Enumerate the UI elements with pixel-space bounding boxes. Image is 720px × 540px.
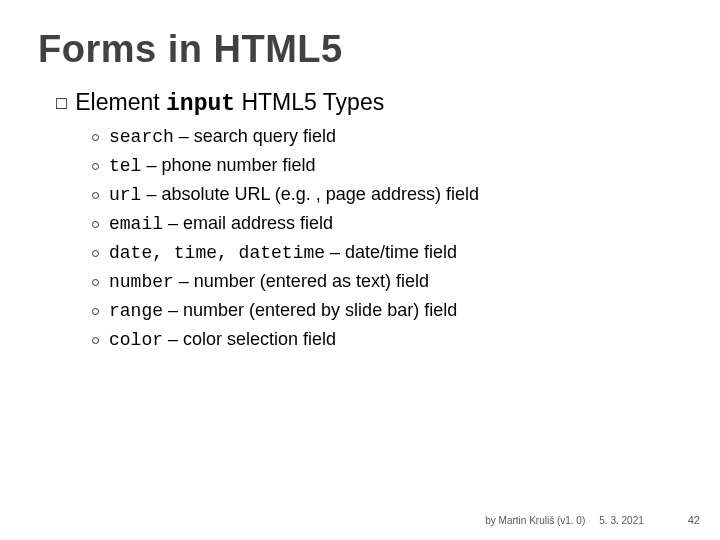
item-desc: – number (entered as text) field [174,271,429,291]
item-code: tel [109,156,141,176]
list-item: color – color selection field [92,326,682,354]
list-item: range – number (entered by slide bar) fi… [92,297,682,325]
item-desc: – email address field [163,213,333,233]
list-item: date, time, datetime – date/time field [92,239,682,267]
item-desc: – number (entered by slide bar) field [163,300,457,320]
item-code: url [109,185,141,205]
list-item: tel – phone number field [92,152,682,180]
item-desc: – date/time field [325,242,457,262]
list-item: search – search query field [92,123,682,151]
ring-bullet-icon [92,250,99,257]
ring-bullet-icon [92,308,99,315]
square-bullet-icon: □ [56,93,67,114]
subtitle-suffix: HTML5 Types [235,89,384,115]
item-desc: – absolute URL (e.g. , page address) fie… [141,184,479,204]
ring-bullet-icon [92,192,99,199]
item-code: date, time, datetime [109,243,325,263]
slide: Forms in HTML5 □ Element input HTML5 Typ… [0,0,720,540]
list-item: url – absolute URL (e.g. , page address)… [92,181,682,209]
item-code: range [109,301,163,321]
footer: by Martin Kruliš (v1. 0) 5. 3. 2021 42 [485,514,700,526]
list-item: number – number (entered as text) field [92,268,682,296]
footer-date: 5. 3. 2021 [599,515,643,526]
item-code: color [109,330,163,350]
subtitle-line: □ Element input HTML5 Types [56,89,682,117]
footer-author: by Martin Kruliš (v1. 0) [485,515,585,526]
subtitle-prefix: Element [75,89,166,115]
item-desc: – search query field [174,126,336,146]
page-number: 42 [688,514,700,526]
slide-title: Forms in HTML5 [38,28,682,71]
ring-bullet-icon [92,163,99,170]
ring-bullet-icon [92,221,99,228]
list-item: email – email address field [92,210,682,238]
subtitle-code: input [166,91,235,117]
ring-bullet-icon [92,134,99,141]
item-code: search [109,127,174,147]
items-list: search – search query field tel – phone … [92,123,682,354]
ring-bullet-icon [92,279,99,286]
item-code: number [109,272,174,292]
item-desc: – color selection field [163,329,336,349]
item-code: email [109,214,163,234]
ring-bullet-icon [92,337,99,344]
item-desc: – phone number field [141,155,315,175]
